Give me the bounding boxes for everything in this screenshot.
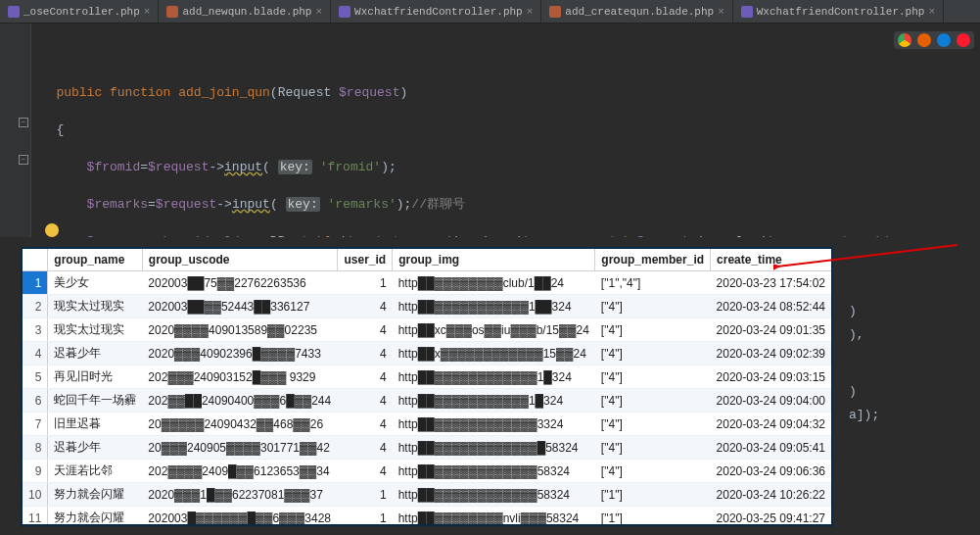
- overflow-code: ) ), ) a]);: [843, 247, 980, 526]
- intent-bulb-icon[interactable]: [45, 223, 59, 237]
- table-row[interactable]: 2现实太过现实202003██▓▓52443██3361274http██▓▓▓…: [23, 295, 831, 318]
- cell-user_id: 1: [338, 483, 393, 507]
- cell-group_member_id: ["4"]: [595, 436, 711, 460]
- table-row[interactable]: 8迟暮少年20▓▓▓240905▓▓▓▓301771▓▓424http██▓▓▓…: [23, 436, 831, 460]
- table-header-row: group_name group_uscode user_id group_im…: [23, 249, 831, 271]
- table-row[interactable]: 11努力就会闪耀202003█▓▓▓▓▓▓█▓▓6▓▓▓34281http██▓…: [23, 507, 831, 527]
- cell-group_member_id: ["4"]: [595, 318, 711, 342]
- col-group_name[interactable]: group_name: [48, 249, 143, 271]
- cell-group_uscode: 202003█▓▓▓▓▓▓█▓▓6▓▓▓3428: [142, 507, 338, 527]
- col-group_member_id[interactable]: group_member_id: [595, 249, 711, 271]
- cell-group_img: http██▓▓▓▓▓▓▓▓▓▓▓▓3324: [393, 413, 595, 436]
- cell-rownum: 7: [23, 413, 48, 436]
- cell-group_uscode: 2020▓▓▓1█▓▓62237081▓▓▓37: [142, 483, 338, 507]
- cell-user_id: 4: [338, 389, 393, 413]
- code-editor[interactable]: − − public function add_join_qun(Request…: [0, 24, 980, 237]
- table-row[interactable]: 5再见旧时光202▓▓▓240903152█▓▓▓ 93294http██▓▓▓…: [23, 365, 831, 389]
- cell-group_name: 现实太过现实: [48, 295, 143, 318]
- cell-group_img: http██▓▓▓▓▓▓▓▓▓▓▓1█324: [393, 389, 595, 413]
- tab-label: _oseController.php: [23, 6, 140, 18]
- tab-0[interactable]: _oseController.php×: [0, 0, 159, 23]
- cell-user_id: 1: [338, 271, 393, 295]
- cell-group_name: 天涯若比邻: [48, 460, 143, 483]
- cell-group_name: 现实太过现实: [48, 318, 143, 342]
- cell-rownum: 8: [23, 436, 48, 460]
- table-row[interactable]: 3现实太过现实2020▓▓▓▓409013589▓▓022354http██xc…: [23, 318, 831, 342]
- col-create_time[interactable]: create_time: [711, 249, 831, 271]
- cell-group_member_id: ["4"]: [595, 365, 711, 389]
- table-row[interactable]: 9天涯若比邻202▓▓▓▓2409█▓▓6123653▓▓344http██▓▓…: [23, 460, 831, 483]
- php-file-icon: [339, 6, 350, 18]
- cell-group_img: http██▓▓▓▓▓▓▓▓nvli▓▓▓58324: [393, 507, 595, 527]
- cell-rownum: 3: [23, 318, 48, 342]
- cell-group_member_id: ["4"]: [595, 342, 711, 365]
- cell-group_member_id: ["4"]: [595, 389, 711, 413]
- tab-4[interactable]: WxchatfriendController.php×: [733, 0, 944, 23]
- col-group_uscode[interactable]: group_uscode: [142, 249, 338, 271]
- cell-group_img: http██xc▓▓▓os▓▓iu▓▓▓b/15▓▓24: [393, 318, 595, 342]
- close-icon[interactable]: ×: [718, 6, 724, 18]
- cell-create_time: 2020-03-24 09:04:00: [711, 389, 831, 413]
- cell-group_name: 迟暮少年: [48, 436, 143, 460]
- editor-tabs: _oseController.php× add_newqun.blade.php…: [0, 0, 980, 24]
- cell-group_member_id: ["4"]: [595, 460, 711, 483]
- close-icon[interactable]: ×: [315, 6, 322, 18]
- db-table-popup[interactable]: group_name group_uscode user_id group_im…: [21, 247, 833, 526]
- col-user_id[interactable]: user_id: [338, 249, 393, 271]
- cell-create_time: 2020-03-24 08:52:44: [711, 295, 831, 318]
- cell-group_member_id: ["1"]: [595, 483, 711, 507]
- tab-label: WxchatfriendController.php: [757, 6, 925, 18]
- cell-group_img: http██▓▓▓▓▓▓▓▓▓▓▓▓1█324: [393, 365, 595, 389]
- cell-group_uscode: 202▓▓▓240903152█▓▓▓ 9329: [142, 365, 338, 389]
- table-row[interactable]: 10努力就会闪耀2020▓▓▓1█▓▓62237081▓▓▓371http██▓…: [23, 483, 831, 507]
- cell-create_time: 2020-03-24 09:03:15: [711, 365, 831, 389]
- code-line: $group_member_id_old = DB::table('wxchat…: [33, 232, 980, 237]
- cell-group_name: 旧里迟暮: [48, 413, 143, 436]
- tab-label: WxchatfriendController.php: [354, 6, 523, 18]
- table-row[interactable]: 7旧里迟暮20▓▓▓▓▓24090432▓▓468▓▓264http██▓▓▓▓…: [23, 413, 831, 436]
- blade-file-icon: [166, 6, 178, 18]
- close-icon[interactable]: ×: [527, 6, 534, 18]
- cell-group_uscode: 20▓▓▓240905▓▓▓▓301771▓▓42: [142, 436, 338, 460]
- tab-1[interactable]: add_newqun.blade.php×: [159, 0, 331, 23]
- cell-rownum: 9: [23, 460, 48, 483]
- table-row[interactable]: 4迟暮少年2020▓▓▓40902396█▓▓▓▓74334http██x▓▓▓…: [23, 342, 831, 365]
- cell-group_member_id: ["1","4"]: [595, 271, 711, 295]
- cell-user_id: 1: [338, 507, 393, 527]
- cell-group_name: 美少女: [48, 271, 143, 295]
- cell-group_uscode: 202003██75▓▓22762263536: [142, 271, 338, 295]
- code-line: $remarks=$request->input( key: 'remarks'…: [33, 195, 980, 214]
- cell-rownum: 4: [23, 342, 48, 365]
- code-line: {: [33, 121, 980, 139]
- tab-3[interactable]: add_createqun.blade.php×: [541, 0, 732, 23]
- fold-mark-icon[interactable]: −: [19, 118, 28, 127]
- cell-create_time: 2020-03-24 09:04:32: [711, 413, 831, 436]
- fold-mark-icon[interactable]: −: [19, 155, 28, 165]
- cell-group_member_id: ["1"]: [595, 507, 711, 527]
- close-icon[interactable]: ×: [144, 6, 151, 18]
- table-row[interactable]: 6蛇回千年一场霾202▓▓██24090400▓▓▓6█▓▓2444http██…: [23, 389, 831, 413]
- blade-file-icon: [549, 6, 561, 18]
- cell-group_name: 努力就会闪耀: [48, 507, 143, 527]
- cell-rownum: 2: [23, 295, 48, 318]
- cell-group_img: http██▓▓▓▓▓▓▓▓▓▓▓▓58324: [393, 483, 595, 507]
- cell-group_name: 努力就会闪耀: [48, 483, 143, 507]
- cell-create_time: 2020-03-24 09:01:35: [711, 318, 831, 342]
- cell-group_uscode: 202▓▓██24090400▓▓▓6█▓▓244: [142, 389, 338, 413]
- cell-create_time: 2020-03-25 09:41:27: [711, 507, 831, 527]
- col-group_img[interactable]: group_img: [393, 249, 595, 271]
- cell-user_id: 4: [338, 342, 393, 365]
- php-file-icon: [8, 6, 20, 18]
- col-rownum[interactable]: [23, 249, 48, 271]
- cell-group_member_id: ["4"]: [595, 413, 711, 436]
- cell-group_name: 迟暮少年: [48, 342, 143, 365]
- tab-2[interactable]: WxchatfriendController.php×: [331, 0, 541, 23]
- cell-group_img: http██▓▓▓▓▓▓▓▓▓▓▓1██324: [393, 295, 595, 318]
- table-row[interactable]: 1美少女202003██75▓▓227622635361http██▓▓▓▓▓▓…: [23, 271, 831, 295]
- code-line: $fromid=$request->input( key: 'fromid');: [33, 158, 980, 176]
- cell-rownum: 1: [23, 271, 48, 295]
- code-line: public function add_join_qun(Request $re…: [33, 83, 980, 102]
- cell-rownum: 11: [23, 507, 48, 527]
- close-icon[interactable]: ×: [928, 6, 935, 18]
- cell-create_time: 2020-03-24 09:05:41: [711, 436, 831, 460]
